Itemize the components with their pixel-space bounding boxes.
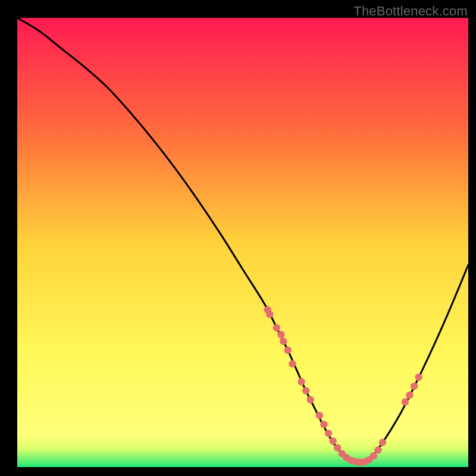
data-marker xyxy=(280,337,287,345)
data-marker xyxy=(273,324,280,331)
data-marker xyxy=(334,444,341,451)
data-marker xyxy=(307,396,314,403)
data-marker xyxy=(298,378,305,385)
data-marker xyxy=(302,387,309,394)
data-marker xyxy=(411,383,418,390)
data-marker xyxy=(374,446,381,453)
data-marker xyxy=(320,421,327,428)
data-marker xyxy=(316,412,323,419)
data-marker xyxy=(277,331,284,338)
data-marker xyxy=(379,439,386,446)
data-marker xyxy=(370,452,377,459)
data-marker xyxy=(329,437,336,444)
data-marker xyxy=(402,398,409,405)
data-marker xyxy=(325,430,332,437)
bottleneck-chart xyxy=(0,0,476,476)
data-marker xyxy=(289,360,296,367)
data-marker xyxy=(266,311,273,318)
plot-background xyxy=(17,18,468,467)
chart-frame: TheBottleneck.com xyxy=(0,0,476,476)
data-marker xyxy=(415,374,422,381)
data-marker xyxy=(406,392,413,399)
watermark-text: TheBottleneck.com xyxy=(353,4,468,19)
data-marker xyxy=(284,347,292,354)
